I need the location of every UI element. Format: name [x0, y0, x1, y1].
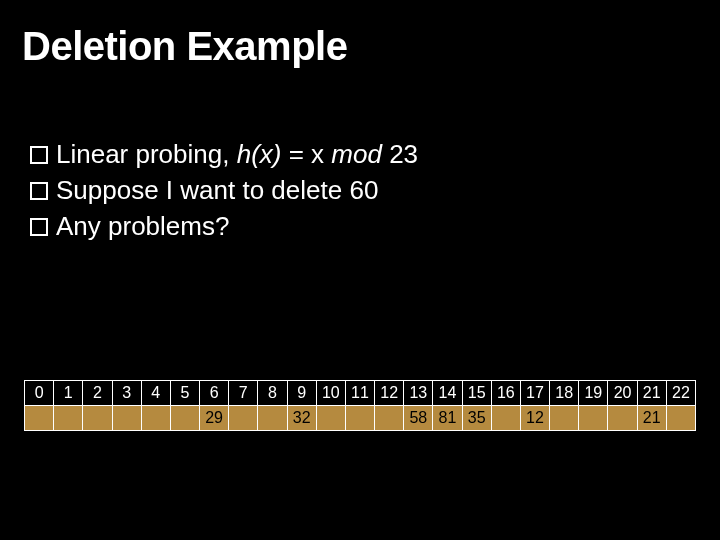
- idx-cell: 0: [25, 381, 54, 406]
- idx-cell: 3: [112, 381, 141, 406]
- idx-cell: 19: [579, 381, 608, 406]
- val-cell: 12: [520, 406, 549, 431]
- val-cell: [608, 406, 637, 431]
- value-row: 29 32 58 81 35 12 21: [25, 406, 696, 431]
- idx-cell: 10: [316, 381, 345, 406]
- idx-cell: 5: [170, 381, 199, 406]
- idx-cell: 20: [608, 381, 637, 406]
- bullet-1-mid: = x: [281, 139, 331, 169]
- val-cell: [550, 406, 579, 431]
- idx-cell: 22: [666, 381, 695, 406]
- idx-cell: 16: [491, 381, 520, 406]
- idx-cell: 4: [141, 381, 170, 406]
- bullet-1-text: Linear probing, h(x) = x mod 23: [56, 138, 690, 172]
- val-cell: [258, 406, 287, 431]
- idx-cell: 21: [637, 381, 666, 406]
- val-cell: 81: [433, 406, 462, 431]
- index-row: 0 1 2 3 4 5 6 7 8 9 10 11 12 13 14 15 16…: [25, 381, 696, 406]
- val-cell: [25, 406, 54, 431]
- val-cell: [579, 406, 608, 431]
- idx-cell: 6: [200, 381, 229, 406]
- val-cell: [170, 406, 199, 431]
- val-cell: [83, 406, 112, 431]
- idx-cell: 1: [54, 381, 83, 406]
- idx-cell: 15: [462, 381, 491, 406]
- val-cell: 21: [637, 406, 666, 431]
- slide-body: Linear probing, h(x) = x mod 23 Suppose …: [30, 138, 690, 245]
- idx-cell: 13: [404, 381, 433, 406]
- val-cell: [666, 406, 695, 431]
- val-cell: 32: [287, 406, 316, 431]
- idx-cell: 18: [550, 381, 579, 406]
- idx-cell: 9: [287, 381, 316, 406]
- idx-cell: 8: [258, 381, 287, 406]
- val-cell: [345, 406, 374, 431]
- val-cell: 29: [200, 406, 229, 431]
- bullet-3: Any problems?: [30, 210, 690, 244]
- val-cell: [491, 406, 520, 431]
- val-cell: 35: [462, 406, 491, 431]
- bullet-box-icon: [30, 146, 48, 164]
- bullet-2: Suppose I want to delete 60: [30, 174, 690, 208]
- val-cell: [375, 406, 404, 431]
- bullet-2-text: Suppose I want to delete 60: [56, 174, 690, 208]
- bullet-3-text: Any problems?: [56, 210, 690, 244]
- idx-cell: 17: [520, 381, 549, 406]
- val-cell: [229, 406, 258, 431]
- val-cell: [316, 406, 345, 431]
- idx-cell: 7: [229, 381, 258, 406]
- idx-cell: 12: [375, 381, 404, 406]
- idx-cell: 2: [83, 381, 112, 406]
- bullet-1-post: 23: [382, 139, 418, 169]
- val-cell: [54, 406, 83, 431]
- val-cell: [141, 406, 170, 431]
- bullet-1-mod: mod: [331, 139, 382, 169]
- idx-cell: 14: [433, 381, 462, 406]
- hash-table: 0 1 2 3 4 5 6 7 8 9 10 11 12 13 14 15 16…: [24, 380, 696, 431]
- slide-title: Deletion Example: [22, 24, 347, 69]
- val-cell: [112, 406, 141, 431]
- bullet-box-icon: [30, 182, 48, 200]
- bullet-1-pre: Linear probing,: [56, 139, 237, 169]
- hash-table-grid: 0 1 2 3 4 5 6 7 8 9 10 11 12 13 14 15 16…: [24, 380, 696, 431]
- idx-cell: 11: [345, 381, 374, 406]
- bullet-1-fn: h(x): [237, 139, 282, 169]
- slide: Deletion Example Linear probing, h(x) = …: [0, 0, 720, 540]
- bullet-box-icon: [30, 218, 48, 236]
- bullet-1: Linear probing, h(x) = x mod 23: [30, 138, 690, 172]
- val-cell: 58: [404, 406, 433, 431]
